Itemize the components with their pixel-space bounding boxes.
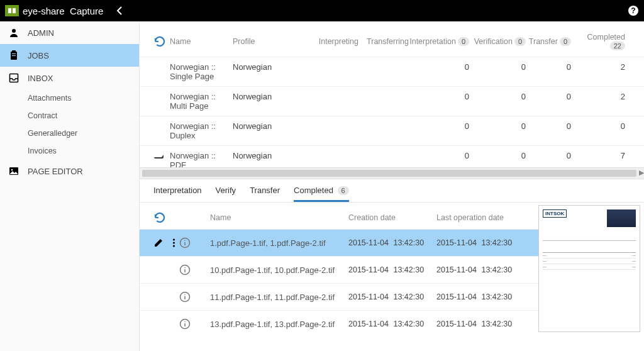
job-transfer: 0 bbox=[526, 121, 571, 131]
job-profile: Norwegian bbox=[233, 151, 308, 160]
sidebar-sub-invoices[interactable]: Invoices bbox=[0, 142, 139, 160]
file-last-operation-date: 2015-11-04 13:42:30 bbox=[436, 320, 525, 328]
clipboard-icon bbox=[9, 50, 21, 60]
file-row[interactable]: 1.pdf.Page-1.tif, 1.pdf.Page-2.tif2015-1… bbox=[140, 229, 538, 256]
job-row[interactable]: Norwegian ::Multi PageNorwegian0002 bbox=[140, 86, 644, 116]
jobs-header-row: Name Profile Interpreting Transferring I… bbox=[140, 21, 644, 57]
col-header-transferring[interactable]: Transferring bbox=[358, 37, 409, 46]
tab-completed[interactable]: Completed 6 bbox=[294, 186, 349, 202]
svg-point-15 bbox=[173, 245, 175, 247]
job-profile: Norwegian bbox=[233, 121, 308, 131]
file-name: 13.pdf.Page-1.tif, 13.pdf.Page-2.tif bbox=[210, 320, 348, 329]
job-interpretation: 0 bbox=[409, 151, 469, 160]
tab-interpretation[interactable]: Interpretation bbox=[153, 186, 202, 202]
file-creation-date: 2015-11-04 13:42:30 bbox=[348, 320, 436, 328]
job-row[interactable]: Norwegian ::DuplexNorwegian0000 bbox=[140, 116, 644, 145]
edit-icon[interactable] bbox=[153, 238, 164, 248]
file-row[interactable]: 10.pdf.Page-1.tif, 10.pdf.Page-2.tif2015… bbox=[140, 256, 538, 283]
inbox-icon bbox=[9, 73, 21, 83]
sidebar-sub-generalledger[interactable]: Generalledger bbox=[0, 125, 139, 142]
completed-list: Name Creation date Last operation date 1… bbox=[140, 203, 538, 351]
col-header-creation-date[interactable]: Creation date bbox=[348, 213, 436, 222]
svg-rect-7 bbox=[12, 53, 16, 54]
col-header-completed[interactable]: Completed22 bbox=[571, 33, 625, 50]
info-icon[interactable] bbox=[179, 237, 191, 248]
job-completed: 2 bbox=[571, 92, 625, 101]
col-header-profile[interactable]: Profile bbox=[233, 37, 308, 46]
job-name: Norwegian ::Single Page bbox=[170, 62, 233, 81]
info-icon[interactable] bbox=[179, 291, 191, 303]
col-header-interpretation[interactable]: Interpretation0 bbox=[409, 37, 469, 46]
refresh-jobs-button[interactable] bbox=[153, 35, 170, 48]
sidebar-item-jobs[interactable]: JOBS bbox=[0, 44, 139, 67]
job-verification: 0 bbox=[469, 92, 526, 101]
col-header-filename[interactable]: Name bbox=[210, 213, 348, 222]
sidebar-item-inbox[interactable]: INBOX bbox=[0, 67, 139, 89]
brand-logo-icon bbox=[5, 5, 19, 16]
info-icon[interactable] bbox=[179, 318, 191, 330]
col-header-name[interactable]: Name bbox=[170, 37, 233, 46]
svg-rect-8 bbox=[12, 55, 16, 56]
job-row[interactable]: Norwegian ::PDFNorwegian0007 bbox=[140, 145, 644, 167]
detail-tabs: Interpretation Verify Transfer Completed… bbox=[140, 179, 644, 203]
svg-rect-9 bbox=[10, 74, 18, 82]
image-icon bbox=[9, 166, 21, 176]
topbar: eye-share Capture ? bbox=[0, 0, 644, 21]
preview-vendor-logo: INTSOK bbox=[543, 209, 567, 218]
job-transfer: 0 bbox=[526, 92, 571, 101]
file-name: 1.pdf.Page-1.tif, 1.pdf.Page-2.tif bbox=[210, 238, 348, 248]
job-completed: 2 bbox=[571, 62, 625, 72]
svg-point-20 bbox=[184, 267, 186, 269]
job-profile: Norwegian bbox=[233, 62, 308, 72]
svg-point-13 bbox=[173, 238, 175, 240]
sidebar: ADMIN JOBS INBOX Attachments Contract Ge… bbox=[0, 21, 140, 351]
more-icon[interactable] bbox=[172, 238, 175, 248]
document-preview[interactable]: INTSOK —— —— —— bbox=[538, 205, 640, 332]
app-title: eye-share Capture bbox=[23, 6, 103, 16]
job-verification: 0 bbox=[469, 151, 526, 160]
svg-rect-6 bbox=[12, 50, 16, 52]
file-last-operation-date: 2015-11-04 13:42:30 bbox=[436, 265, 525, 274]
job-interpretation: 0 bbox=[409, 62, 469, 72]
sidebar-item-admin[interactable]: ADMIN bbox=[0, 21, 139, 44]
svg-rect-0 bbox=[8, 8, 11, 13]
svg-rect-12 bbox=[155, 156, 162, 157]
help-button[interactable]: ? bbox=[628, 5, 639, 16]
job-interpretation: 0 bbox=[409, 121, 469, 131]
sidebar-collapse-button[interactable] bbox=[116, 6, 131, 15]
svg-point-11 bbox=[11, 169, 13, 171]
main-area: Name Profile Interpreting Transferring I… bbox=[140, 21, 644, 351]
col-header-verification[interactable]: Verification0 bbox=[469, 37, 526, 46]
sidebar-item-label: ADMIN bbox=[28, 28, 54, 38]
info-icon[interactable] bbox=[179, 264, 191, 276]
tab-transfer[interactable]: Transfer bbox=[250, 186, 280, 202]
scanner-icon bbox=[153, 151, 170, 160]
svg-rect-1 bbox=[13, 8, 16, 13]
file-name: 11.pdf.Page-1.tif, 11.pdf.Page-2.tif bbox=[210, 292, 348, 302]
svg-point-17 bbox=[184, 240, 186, 242]
job-completed: 0 bbox=[571, 121, 625, 131]
file-row[interactable]: 11.pdf.Page-1.tif, 11.pdf.Page-2.tif2015… bbox=[140, 283, 538, 310]
col-header-last-operation-date[interactable]: Last operation date bbox=[436, 213, 525, 222]
col-header-transfer[interactable]: Transfer0 bbox=[526, 37, 571, 46]
file-row[interactable]: 13.pdf.Page-1.tif, 13.pdf.Page-2.tif2015… bbox=[140, 310, 538, 337]
job-row[interactable]: Norwegian ::Single PageNorwegian0002 bbox=[140, 57, 644, 86]
svg-point-14 bbox=[173, 242, 175, 243]
sidebar-sub-attachments[interactable]: Attachments bbox=[0, 89, 139, 107]
file-creation-date: 2015-11-04 13:42:30 bbox=[348, 265, 436, 274]
sidebar-sub-contract[interactable]: Contract bbox=[0, 107, 139, 125]
sidebar-item-page-editor[interactable]: PAGE EDITOR bbox=[0, 160, 139, 182]
job-interpretation: 0 bbox=[409, 92, 469, 101]
tab-verify[interactable]: Verify bbox=[216, 186, 236, 202]
person-icon bbox=[9, 28, 21, 38]
horizontal-scrollbar[interactable]: ▶ bbox=[140, 167, 644, 179]
refresh-completed-button[interactable] bbox=[153, 211, 210, 224]
sidebar-item-label: INBOX bbox=[28, 74, 53, 83]
job-name: Norwegian ::Multi Page bbox=[170, 92, 233, 111]
job-transfer: 0 bbox=[526, 62, 571, 72]
svg-point-4 bbox=[12, 29, 16, 33]
file-last-operation-date: 2015-11-04 13:42:30 bbox=[436, 238, 525, 247]
sidebar-item-label: PAGE EDITOR bbox=[28, 167, 83, 176]
col-header-interpreting[interactable]: Interpreting bbox=[308, 37, 358, 46]
job-profile: Norwegian bbox=[233, 92, 308, 101]
